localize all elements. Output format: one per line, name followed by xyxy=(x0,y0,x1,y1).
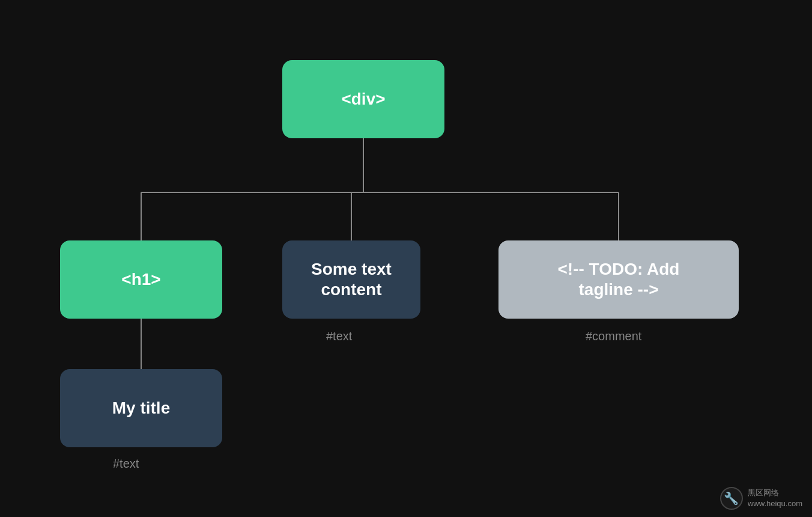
node-my-title: My title xyxy=(60,369,222,447)
label-comment: #comment xyxy=(586,329,641,343)
node-text-content: Some textcontent xyxy=(282,240,420,319)
label-text-content: #text xyxy=(326,329,352,343)
node-comment: <!-- TODO: Addtagline --> xyxy=(498,240,739,319)
label-my-title: #text xyxy=(113,457,139,471)
node-comment-label: <!-- TODO: Addtagline --> xyxy=(558,259,680,299)
diagram-container: <div> <h1> Some textcontent <!-- TODO: A… xyxy=(0,0,812,517)
node-text-content-label: Some textcontent xyxy=(311,259,392,299)
watermark: 🔧 黑区网络 www.heiqu.com xyxy=(720,487,802,510)
watermark-text: 黑区网络 www.heiqu.com xyxy=(748,488,802,509)
watermark-icon: 🔧 xyxy=(720,487,743,510)
node-h1: <h1> xyxy=(60,240,222,319)
node-my-title-label: My title xyxy=(112,398,170,418)
node-div-label: <div> xyxy=(341,89,385,109)
node-div: <div> xyxy=(282,60,444,138)
node-h1-label: <h1> xyxy=(121,269,160,290)
